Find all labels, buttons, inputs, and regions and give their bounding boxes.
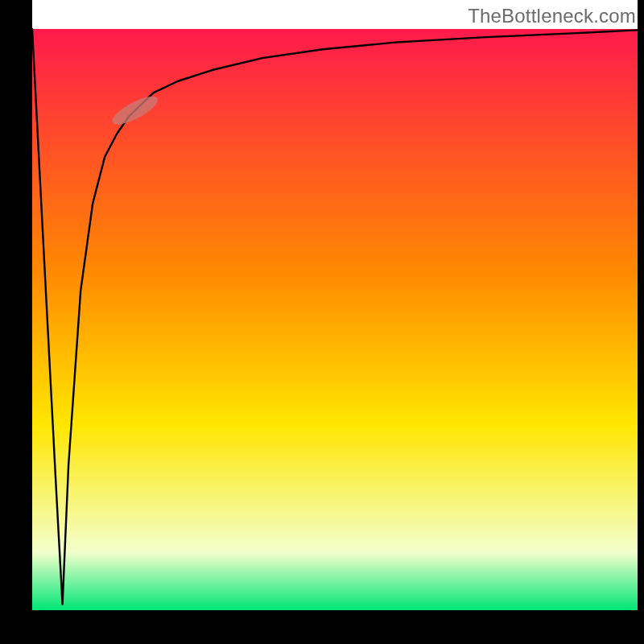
frame-right [638, 0, 644, 644]
watermark-text: TheBottleneck.com [468, 5, 636, 27]
frame-left [0, 0, 32, 644]
chart-container: TheBottleneck.com [0, 0, 644, 644]
chart-svg [0, 0, 644, 644]
frame-bottom [0, 610, 644, 644]
